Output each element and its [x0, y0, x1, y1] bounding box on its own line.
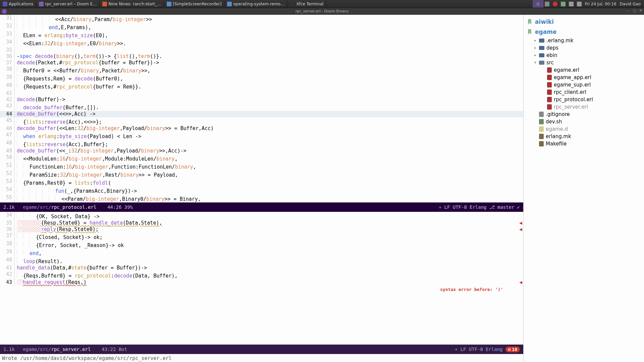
tree-file[interactable]: erlang.mk [526, 133, 643, 140]
chevron-icon: ▸ [534, 52, 537, 59]
keyboard-icon[interactable] [545, 2, 549, 6]
code-line[interactable]: 44decode_buffer(<<>>,Acc) -> [0, 111, 523, 117]
flycheck-error-count[interactable]: ⊘ 10 [505, 347, 520, 352]
network-icon[interactable] [569, 2, 574, 6]
tree-project-root[interactable]: aiwiki [526, 17, 643, 27]
bookmark-icon [527, 19, 532, 24]
code-line[interactable]: 38 {Error, Socket, _Reason}-> ok [0, 241, 523, 249]
tree-label: Makefile [546, 140, 567, 147]
code-line[interactable]: 42 {Reqs,Buffer0} = rpc_protocol:decode(… [0, 271, 523, 279]
code-line[interactable]: 31 <<Acc/binary,Param/big-integer>> [0, 15, 523, 23]
buffer-size: 2.1k [3, 204, 15, 210]
window-titlebar: rpc_server.erl - Doom Emacs – □ ✕ [0, 8, 644, 15]
tree-folder[interactable]: ▸.erlang.mk [526, 37, 643, 44]
applications-menu[interactable]: Applications [0, 0, 36, 8]
code-line[interactable]: 45 {lists:reverse(Acc),<<>>}; [0, 117, 523, 125]
code-line[interactable]: 38 Buffer0 = <<Buffer/binary,Packet/bina… [0, 66, 523, 74]
maximize-button[interactable]: □ [633, 9, 637, 13]
encoding: LF UTF-8 [461, 347, 483, 352]
cursor-position: 44:26 39% [107, 204, 133, 210]
code-line[interactable]: 33 ELen = erlang:byte_size(E0), [0, 31, 523, 39]
code-line[interactable]: 41handle_data(Data,#state{buffer = Buffe… [0, 265, 523, 271]
code-line[interactable]: 51 FunctionLen:16/big-integer,Function:F… [0, 162, 523, 170]
window-title: rpc_server.erl - Doom Emacs [296, 9, 348, 13]
buffer-rpc-server[interactable]: 34 {OK, Socket, Data} ->35 {Resp,State0}… [0, 212, 523, 354]
taskbar-window-button[interactable]: Xfce Terminal [287, 0, 326, 8]
tree-project-root[interactable]: egame [526, 27, 643, 37]
code-line[interactable]: 43 handle_request(Reqs,)◀ [0, 279, 523, 286]
workspace-switcher[interactable] [533, 0, 544, 8]
battery-icon[interactable] [561, 2, 566, 6]
code-line[interactable]: 40 {Requests,#rpc_protocol{buffer = Rem}… [0, 82, 523, 90]
major-mode: Erlang [486, 347, 503, 352]
window-title: Xfce Terminal [296, 2, 323, 6]
tree-file[interactable]: egame_sup.erl [526, 81, 643, 88]
code-line[interactable]: 40 loop(Result). [0, 257, 523, 265]
code-line[interactable]: 49decode_buffer(<<_:32/big-integer,Paylo… [0, 148, 523, 154]
tree-file[interactable]: rpc_client.erl [526, 88, 643, 96]
file-icon [547, 67, 552, 73]
code-line[interactable]: 41 [0, 90, 523, 97]
tree-folder[interactable]: ▸deps [526, 44, 643, 52]
code-line[interactable]: 35 [0, 47, 523, 53]
volume-icon[interactable] [577, 2, 582, 6]
close-button[interactable]: ✕ [639, 9, 643, 13]
minibuffer[interactable]: Wrote /usr/home/david/workspace/egame/sr… [0, 354, 523, 362]
tree-file[interactable]: egame.d [526, 125, 643, 133]
code-line[interactable]: 43 decode_buffer(Buffer,[]). [0, 103, 523, 111]
tree-file[interactable]: .gitignore [526, 111, 643, 118]
code-line[interactable]: 34 {OK, Socket, Data} -> [0, 212, 523, 220]
code-line[interactable]: 35 {Resp,State0} = handle_data(Data,Stat… [0, 220, 523, 226]
emacs-frame: 31 <<Acc/binary,Param/big-integer>>32 en… [0, 15, 644, 362]
tree-label: .gitignore [546, 111, 570, 118]
taskbar-window-button[interactable]: [SimpleScreenRecorder] [164, 0, 224, 8]
buffer-rpc-protocol[interactable]: 31 <<Acc/binary,Param/big-integer>>32 en… [0, 15, 523, 212]
code-line[interactable]: 39 end, [0, 249, 523, 257]
code-line[interactable]: 47 when erlang:byte_size(Payload) < Len … [0, 132, 523, 140]
code-line[interactable]: 55 <<Param/big-integer,Binary0/binary>> … [0, 194, 523, 202]
code-line[interactable]: 50 <<ModuleLen:16/big-integer,Module:Mod… [0, 154, 523, 162]
code-line[interactable]: 36 reply(Resp,State0);◀ [0, 226, 523, 233]
folder-icon [539, 53, 544, 57]
code-line[interactable]: 54 fun(_,{ParamsAcc,Binary})-> [0, 186, 523, 194]
tree-label: egame.d [546, 125, 568, 133]
system-tray: Fri 24 Jul, 00:16 David Gao [545, 0, 644, 8]
tree-folder[interactable]: ▸ebin [526, 52, 643, 59]
encoding: LF UTF-8 [444, 204, 467, 210]
code-line[interactable]: 52 ParamSize:32/big-integer,Rest/binary>… [0, 170, 523, 178]
project-label: aiwiki [535, 18, 554, 25]
tree-file[interactable]: Makefile [526, 140, 643, 147]
code-line[interactable]: 34 <<ELen:32/big-integer,E0/binary>>. [0, 39, 523, 47]
tree-file[interactable]: dev.sh [526, 118, 643, 125]
tree-label: erlang.mk [546, 133, 571, 140]
code-line[interactable]: 37decode(Packet,#rpc_protocol{buffer = B… [0, 60, 523, 66]
code-line[interactable]: 46decode_buffer(<<Len:32/big-integer,Pay… [0, 125, 523, 132]
tree-folder[interactable]: ▾src [526, 59, 643, 66]
record-icon[interactable] [553, 2, 557, 6]
tree-label: rpc_protocol.erl [554, 96, 593, 103]
folder-icon [539, 39, 544, 43]
code-line[interactable]: 48 {lists:reverse(Acc),Buffer}; [0, 140, 523, 148]
tree-file[interactable]: egame_app.erl [526, 74, 643, 81]
minimize-button[interactable]: – [627, 9, 631, 13]
send-icon: ✈ [439, 204, 441, 210]
major-mode: Erlang [470, 204, 487, 210]
tree-file[interactable]: rpc_server.erl [526, 103, 643, 111]
taskbar-window-button[interactable]: operating-system-remo… [224, 0, 287, 8]
user-name[interactable]: David Gao [620, 2, 641, 6]
tree-file[interactable]: rpc_protocol.erl [526, 96, 643, 103]
code-line[interactable]: 37 {Closed, Socket}-> ok; [0, 233, 523, 241]
code-line[interactable]: 53 {Params,Rest0} = lists:foldl( [0, 178, 523, 186]
code-line[interactable]: 32 end,E,Params), [0, 23, 523, 31]
clock[interactable]: Fri 24 Jul, 00:16 [585, 2, 616, 6]
xfce-taskbar: Applications rpc_server.erl – Doom E…Nin… [0, 0, 644, 8]
code-line[interactable]: 39 {Requests,Rem} = decode(Buffer0), [0, 74, 523, 82]
treemacs-sidebar[interactable]: aiwikiegame▸.erlang.mk▸deps▸ebin▾srcegam… [523, 15, 644, 362]
taskbar-window-button[interactable]: Nine Nines: ranch:start_… [100, 0, 164, 8]
taskbar-window-button[interactable]: rpc_server.erl – Doom E… [36, 0, 100, 8]
code-line[interactable]: 36-spec decode(binary(),term())-> {list(… [0, 53, 523, 60]
code-line[interactable]: 42decode(Buffer)-> [0, 97, 523, 103]
tree-label: deps [546, 44, 558, 52]
tree-label: egame_sup.erl [554, 81, 591, 88]
tree-file[interactable]: egame.erl [526, 66, 643, 74]
